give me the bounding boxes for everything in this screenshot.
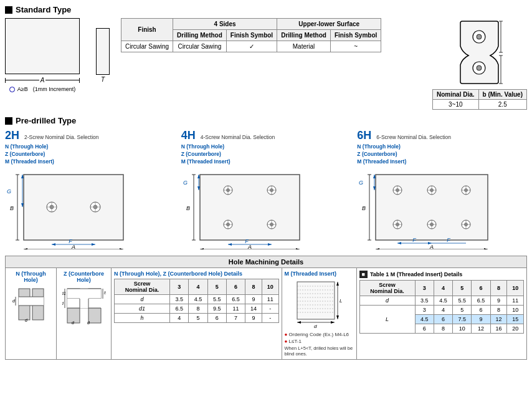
t1-col-10: 10 <box>507 280 524 296</box>
nz-h-3: 4 <box>170 313 189 322</box>
side-diagram: b b Nominal Dia. b (Min. Value) 3~10 <box>432 18 527 110</box>
svg-rect-12 <box>24 175 123 240</box>
ul-drilling-header: Drilling Method <box>277 30 331 41</box>
6h-legend-m: M (Threaded Insert) <box>357 158 406 165</box>
svg-text:G: G <box>359 180 363 186</box>
t1-d-8: 9 <box>490 296 507 305</box>
4h-legend-m: M (Threaded Insert) <box>181 158 230 165</box>
formula-note-text: L≤T-1 <box>289 339 302 344</box>
z-counterbore-header: Z (Counterbore Hole) <box>59 271 108 283</box>
nz-d-4: 4.5 <box>189 294 207 304</box>
2h-legend-n: N (Through Hole) <box>5 143 48 150</box>
svg-text:d: d <box>314 324 317 329</box>
std-thin-rect-wrap: T <box>92 28 110 82</box>
nz-d-label: d <box>115 294 170 304</box>
drill-type-6h: 6H 6-Screw Nominal Dia. Selection N (Thr… <box>357 129 527 251</box>
table1-header-wrap: ■ Table 1 M (Threaded Insert) Details <box>359 271 525 278</box>
t1-col-4: 4 <box>434 280 452 296</box>
nz-h-10: - <box>262 313 278 322</box>
blind-note: When L+5<T, drilled holes will be blind … <box>285 345 354 357</box>
6h-legend: N (Through Hole) Z (Counterbore) M (Thre… <box>357 143 527 166</box>
col-nz-details: N (Through Hole), Z (Counterbored Hole) … <box>112 268 282 359</box>
t1-d-label: d <box>359 296 415 305</box>
svg-text:L: L <box>340 298 342 304</box>
t1-d-6: 6.5 <box>472 296 490 305</box>
section-marker <box>5 6 12 14</box>
svg-marker-111 <box>484 248 488 249</box>
svg-marker-155 <box>297 321 301 324</box>
four-sides-header: 4 Sides <box>173 19 277 30</box>
2h-legend-z: Z (Counterbore) <box>5 151 45 157</box>
svg-text:B: B <box>10 205 14 211</box>
col-table1: ■ Table 1 M (Threaded Insert) Details Sc… <box>357 268 527 359</box>
t1-col-5: 5 <box>453 280 472 296</box>
6h-diagram: B G F F <box>357 168 500 249</box>
col-m-insert: M (Threaded Insert) <box>282 268 357 359</box>
4s-drilling-header: Drilling Method <box>173 30 227 41</box>
upper-lower-header: Upper-lower Surface <box>277 19 381 30</box>
blind-note-text: When L+5<T, drilled holes will be blind … <box>285 345 353 357</box>
t1-L4-6: 9 <box>472 314 490 324</box>
drill-types: 2H 2-Screw Nominal Dia. Selection N (Thr… <box>5 129 527 251</box>
nz-h-5: 6 <box>207 313 226 322</box>
t1-d-3: 3.5 <box>415 296 434 305</box>
svg-marker-104 <box>397 242 401 244</box>
svg-text:B: B <box>362 205 366 211</box>
a-label: A <box>40 77 45 84</box>
nz-d1-10: - <box>262 304 278 313</box>
t1-d-4: 4.5 <box>434 296 452 305</box>
svg-text:F: F <box>413 237 417 243</box>
4h-label: 4H <box>181 129 196 142</box>
svg-rect-115 <box>19 297 44 306</box>
svg-point-3 <box>477 65 482 70</box>
row1-ul-drilling: Material <box>277 41 331 52</box>
svg-rect-141 <box>297 282 335 319</box>
svg-text:A: A <box>71 244 75 249</box>
formula-note: ● L≤T-1 <box>285 339 354 344</box>
t1-screw-header: ScrewNominal Dia. <box>359 280 415 296</box>
finish-col-header: Finish <box>121 19 173 41</box>
t1-L4-10: 15 <box>507 314 524 324</box>
details-section: Hole Machining Details N (Through Hole) … <box>5 256 527 360</box>
svg-marker-67 <box>200 248 204 249</box>
t1-L-label: L <box>359 305 415 333</box>
nz-d-6: 6.5 <box>226 294 245 304</box>
svg-marker-110 <box>376 248 379 249</box>
svg-marker-63 <box>228 243 232 246</box>
ul-finish-header: Finish Symbol <box>330 30 381 41</box>
nz-d1-3: 6.5 <box>170 304 189 313</box>
nz-row-d: d 3.5 4.5 5.5 6.5 9 11 <box>115 294 279 304</box>
t-label: T <box>101 76 105 83</box>
page: Standard Type B A <box>0 0 532 365</box>
t1-L6-4: 8 <box>434 324 452 333</box>
svg-text:d: d <box>62 301 64 306</box>
standard-type-title: Standard Type <box>16 5 71 14</box>
finish-table-wrap: Finish 4 Sides Upper-lower Surface Drill… <box>121 18 420 52</box>
z-counterbore-svg: d1 h d d d <box>62 286 106 326</box>
nz-col-6: 6 <box>226 279 245 294</box>
4h-legend: N (Through Hole) Z (Counterbore) M (Thre… <box>181 143 351 166</box>
svg-marker-151 <box>336 282 339 286</box>
std-main-rect-wrapper: B A A≥B (1mm <box>5 18 80 92</box>
col-n-through: N (Through Hole) d d <box>6 268 57 359</box>
row1-finish: Circular Sawing <box>121 41 173 52</box>
nz-row-d1: d1 6.5 8 9.5 11 14 - <box>115 304 279 313</box>
nz-details-header: N (Through Hole), Z (Counterbored Hole) … <box>114 271 279 277</box>
t1-d-5: 5.5 <box>453 296 472 305</box>
t1-L4-8: 12 <box>490 314 507 324</box>
svg-marker-35 <box>120 248 123 249</box>
nz-d1-4: 8 <box>189 304 207 313</box>
n-through-svg: d d <box>12 286 50 323</box>
nz-d-3: 3.5 <box>170 294 189 304</box>
svg-point-1 <box>477 34 482 39</box>
predrilled-title: Pre-drilled Type <box>16 116 76 125</box>
m-insert-svg: L d <box>285 279 347 329</box>
predrilled-section: Pre-drilled Type 2H 2-Screw Nominal Dia.… <box>5 116 527 251</box>
a-dimension-wrap: A <box>5 77 80 84</box>
4h-diagram: B G F A <box>181 168 312 249</box>
t1-L4-5: 7.5 <box>453 314 472 324</box>
row1-4s-drilling: Circular Sawing <box>173 41 227 52</box>
svg-text:F: F <box>447 237 451 243</box>
4h-legend-n: N (Through Hole) <box>181 143 224 150</box>
svg-text:d: d <box>12 299 16 303</box>
